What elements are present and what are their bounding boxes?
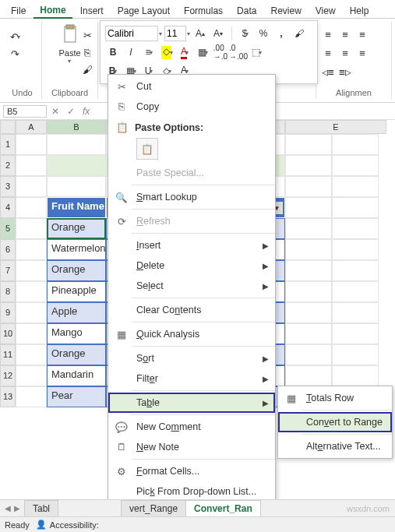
ctx-filter[interactable]: Filter▶ <box>108 368 275 389</box>
font-color-icon[interactable]: A▾ <box>177 44 192 60</box>
cell[interactable] <box>285 197 332 218</box>
cell[interactable] <box>16 218 47 239</box>
ctx-table[interactable]: Table▶ <box>108 393 275 413</box>
cell[interactable] <box>332 365 379 386</box>
bold-icon[interactable]: B <box>105 44 121 60</box>
table-cell[interactable]: Orange <box>47 260 106 281</box>
align-middle-icon[interactable]: ≡ <box>338 27 352 41</box>
ctx-new-comment[interactable]: 💬New Comment <box>108 417 275 437</box>
cell[interactable] <box>285 344 332 365</box>
ctx-clear[interactable]: Clear Contents <box>108 300 275 320</box>
borders-icon[interactable]: ▦▾ <box>195 44 210 60</box>
cell[interactable] <box>332 197 379 218</box>
align-left-icon[interactable]: ≡ <box>321 46 335 60</box>
chevron-down-icon[interactable]: ▾ <box>187 30 190 37</box>
table-cell[interactable]: Watermelon <box>47 239 106 260</box>
align-right-icon[interactable]: ≡ <box>355 46 369 60</box>
menu-home[interactable]: Home <box>34 3 72 19</box>
align-top-icon[interactable]: ≡ <box>321 27 335 41</box>
cell[interactable] <box>332 176 379 197</box>
row-head[interactable]: 10 <box>0 323 16 344</box>
menu-file[interactable]: File <box>5 4 32 18</box>
cell[interactable] <box>47 176 106 197</box>
format-painter-icon[interactable]: 🖌 <box>80 62 94 76</box>
font-size-select[interactable] <box>164 26 186 41</box>
table-cell[interactable]: Apple <box>47 302 106 323</box>
enter-icon[interactable]: ✓ <box>67 106 75 117</box>
cell[interactable] <box>16 281 47 302</box>
align-icon[interactable]: ≡▾ <box>141 44 157 60</box>
menu-view[interactable]: View <box>309 4 342 18</box>
cell[interactable] <box>285 365 332 386</box>
cell[interactable] <box>16 176 47 197</box>
cell[interactable] <box>16 197 47 218</box>
cell[interactable] <box>285 176 332 197</box>
fx-icon[interactable]: fx <box>83 106 90 117</box>
row-head[interactable]: 8 <box>0 281 16 302</box>
cell[interactable] <box>332 134 379 155</box>
align-center-icon[interactable]: ≡ <box>338 46 352 60</box>
ctx-sort[interactable]: Sort▶ <box>108 348 275 368</box>
cell[interactable] <box>285 218 332 239</box>
decrease-font-icon[interactable]: A▾ <box>210 26 226 41</box>
cell[interactable] <box>332 302 379 323</box>
cell[interactable] <box>332 260 379 281</box>
ctx-quick-analysis[interactable]: ▦Quick Analysis <box>108 324 275 344</box>
cell[interactable] <box>332 281 379 302</box>
cell[interactable] <box>332 155 379 176</box>
decimal-decrease-icon[interactable]: .0→.00 <box>231 44 246 60</box>
cell[interactable] <box>285 302 332 323</box>
chevron-down-icon[interactable]: ▾ <box>159 30 162 37</box>
align-bottom-icon[interactable]: ≡ <box>355 27 369 41</box>
cell[interactable] <box>285 155 332 176</box>
cell[interactable] <box>285 281 332 302</box>
submenu-convert-range[interactable]: Convert to Range <box>278 412 392 432</box>
ctx-insert[interactable]: Insert▶ <box>108 235 275 255</box>
indent-decrease-icon[interactable]: ◁≡ <box>321 65 335 79</box>
cell[interactable] <box>285 239 332 260</box>
menu-help[interactable]: Help <box>344 4 376 18</box>
cell[interactable] <box>16 260 47 281</box>
copy-icon[interactable]: ⎘ <box>80 45 94 59</box>
cell[interactable] <box>16 239 47 260</box>
format-painter-icon[interactable]: 🖌 <box>291 26 307 41</box>
row-head[interactable]: 5 <box>0 218 16 239</box>
merge-icon[interactable]: ⬚▾ <box>249 44 264 60</box>
submenu-alt-text[interactable]: Alternative Text... <box>278 436 392 456</box>
menu-pagelayout[interactable]: Page Layout <box>111 4 176 18</box>
row-head[interactable]: 12 <box>0 365 16 386</box>
cell[interactable] <box>332 323 379 344</box>
sheet-nav[interactable]: ◀▶ <box>0 504 25 513</box>
table-cell[interactable]: Pear <box>47 386 106 407</box>
cell[interactable] <box>47 134 106 155</box>
menu-insert[interactable]: Insert <box>74 4 110 18</box>
cell[interactable] <box>16 344 47 365</box>
ctx-smart-lookup[interactable]: 🔍Smart Lookup <box>108 187 275 207</box>
redo-button[interactable]: ↷ <box>8 47 22 61</box>
table-cell[interactable]: Orange <box>47 218 106 239</box>
ctx-copy[interactable]: ⎘Copy <box>108 97 275 117</box>
col-head[interactable]: E <box>285 120 386 134</box>
row-head[interactable]: 7 <box>0 260 16 281</box>
submenu-totals[interactable]: ▦Totals Row <box>278 388 392 408</box>
cell[interactable] <box>332 239 379 260</box>
accessibility-status[interactable]: 👤Accessibility: <box>36 520 99 530</box>
name-box[interactable]: B5 <box>3 105 47 118</box>
row-head[interactable]: 4 <box>0 197 16 218</box>
ctx-select[interactable]: Select▶ <box>108 276 275 296</box>
font-name-select[interactable] <box>105 26 158 41</box>
cancel-icon[interactable]: ✕ <box>51 106 59 117</box>
currency-icon[interactable]: $▾ <box>238 26 253 41</box>
menu-review[interactable]: Review <box>264 4 307 18</box>
col-head[interactable]: B <box>47 120 106 134</box>
table-cell[interactable]: Orange <box>47 344 106 365</box>
undo-button[interactable]: ↶▾ <box>8 30 22 44</box>
ctx-format-cells[interactable]: ⚙Format Cells... <box>108 461 275 481</box>
table-header[interactable]: Fruit Name <box>47 197 106 218</box>
row-head[interactable]: 6 <box>0 239 16 260</box>
comma-icon[interactable]: , <box>273 26 289 41</box>
row-head[interactable]: 9 <box>0 302 16 323</box>
menu-data[interactable]: Data <box>231 4 263 18</box>
sheet-tab[interactable]: Convert_Ran <box>185 500 261 517</box>
cut-icon[interactable]: ✂ <box>80 28 94 42</box>
